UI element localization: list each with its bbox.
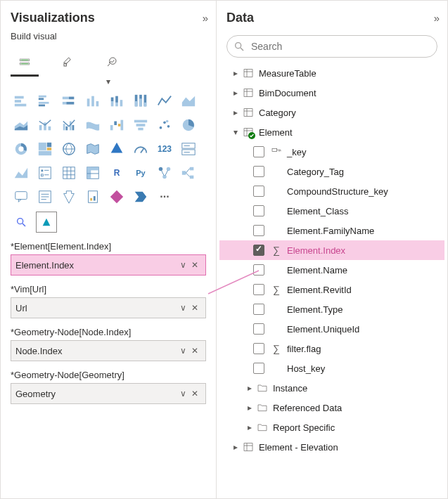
collapse-viz-pane-icon[interactable]: » bbox=[203, 12, 206, 24]
field-host-key[interactable]: Host_key bbox=[219, 358, 444, 378]
viz-gauge[interactable] bbox=[130, 138, 151, 160]
well-dropdown-icon[interactable]: ∨ bbox=[177, 260, 188, 270]
well-dropdown-icon[interactable]: ∨ bbox=[177, 303, 188, 313]
field-element-class[interactable]: Element_Class bbox=[219, 201, 444, 221]
viz-donut[interactable] bbox=[11, 138, 32, 160]
viz-card[interactable]: 123 bbox=[154, 138, 175, 160]
collapse-data-pane-icon[interactable]: » bbox=[434, 12, 437, 24]
viz-line-stacked-col[interactable] bbox=[34, 115, 56, 136]
field-element-type[interactable]: Element.Type bbox=[219, 299, 444, 319]
field-key[interactable]: _key bbox=[219, 142, 444, 162]
field-category-tag[interactable]: Category_Tag bbox=[219, 162, 444, 181]
viz-decomp-tree[interactable] bbox=[178, 162, 199, 183]
table-element-elevation[interactable]: Element - Elevation bbox=[219, 437, 444, 457]
viz-stacked100-column[interactable] bbox=[130, 91, 151, 112]
collapse-icon[interactable] bbox=[229, 127, 242, 137]
checkbox[interactable] bbox=[253, 284, 264, 295]
viz-search-button[interactable] bbox=[11, 212, 32, 233]
viz-power-apps[interactable] bbox=[106, 186, 127, 207]
viz-multi-card[interactable] bbox=[178, 138, 199, 160]
expand-icon[interactable] bbox=[229, 68, 242, 78]
data-search-input[interactable] bbox=[226, 35, 437, 58]
viz-slicer[interactable] bbox=[34, 162, 56, 183]
field-element-name[interactable]: Element.Name bbox=[219, 260, 444, 280]
checkbox[interactable] bbox=[253, 225, 264, 236]
field-element-revitid[interactable]: ∑ Element.RevitId bbox=[219, 280, 444, 299]
checkbox[interactable] bbox=[253, 363, 264, 374]
viz-map[interactable] bbox=[58, 138, 79, 160]
checkbox[interactable] bbox=[253, 186, 264, 197]
viz-clustered-column[interactable] bbox=[82, 91, 103, 112]
folder-report-specific[interactable]: Report Specific bbox=[219, 417, 444, 437]
expand-icon[interactable] bbox=[243, 403, 256, 413]
field-filter-flag[interactable]: ∑ filter.flag bbox=[219, 339, 444, 358]
viz-clustered-bar[interactable] bbox=[34, 91, 56, 112]
viz-stacked100-bar[interactable] bbox=[58, 91, 79, 112]
viz-qna[interactable] bbox=[11, 186, 32, 207]
viz-r-script[interactable]: R bbox=[106, 162, 127, 183]
checkbox[interactable] bbox=[253, 343, 264, 354]
field-element-familyname[interactable]: Element.FamilyName bbox=[219, 221, 444, 240]
well-remove-icon[interactable]: ✕ bbox=[188, 389, 201, 398]
viz-filled-map[interactable] bbox=[82, 138, 103, 160]
well-dropdown-icon[interactable]: ∨ bbox=[177, 346, 188, 356]
well-remove-icon[interactable]: ✕ bbox=[188, 260, 201, 270]
expand-icon[interactable] bbox=[229, 88, 242, 98]
expand-icon[interactable] bbox=[229, 442, 242, 452]
table-element[interactable]: Element bbox=[219, 122, 444, 142]
well-vim-url[interactable]: Url ∨ ✕ bbox=[11, 297, 206, 318]
custom-visual-button[interactable] bbox=[36, 212, 57, 233]
viz-azure-map[interactable] bbox=[106, 138, 127, 160]
field-element-index[interactable]: ∑ Element.Index bbox=[219, 240, 444, 260]
viz-key-influencers[interactable] bbox=[154, 162, 175, 183]
checkbox-checked[interactable] bbox=[253, 245, 264, 256]
viz-smart-narrative[interactable] bbox=[34, 186, 56, 207]
checkbox[interactable] bbox=[253, 264, 264, 276]
table-bimdocument[interactable]: BimDocument bbox=[219, 83, 444, 103]
field-compoundstructure-key[interactable]: CompoundStructure_key bbox=[219, 181, 444, 201]
viz-treemap[interactable] bbox=[34, 138, 56, 160]
well-dropdown-icon[interactable]: ∨ bbox=[177, 389, 188, 398]
viz-ribbon[interactable] bbox=[82, 115, 103, 136]
viz-pie[interactable] bbox=[178, 115, 199, 136]
viz-area[interactable] bbox=[178, 91, 199, 112]
tab-fields[interactable] bbox=[11, 48, 39, 77]
expand-icon[interactable] bbox=[229, 108, 242, 117]
checkbox[interactable] bbox=[253, 205, 264, 216]
table-measuretable[interactable]: MeasureTable bbox=[219, 63, 444, 83]
well-remove-icon[interactable]: ✕ bbox=[188, 303, 201, 313]
viz-stacked-area[interactable] bbox=[11, 115, 32, 136]
folder-referenced-data[interactable]: Referenced Data bbox=[219, 398, 444, 417]
well-element-index[interactable]: Element.Index ∨ ✕ bbox=[11, 254, 206, 276]
table-category[interactable]: Category bbox=[219, 103, 444, 122]
viz-metrics[interactable] bbox=[58, 186, 79, 207]
viz-py-script[interactable]: Py bbox=[130, 162, 151, 183]
viz-line-clustered-col[interactable] bbox=[58, 115, 79, 136]
checkbox[interactable] bbox=[253, 166, 264, 177]
viz-more[interactable]: ··· bbox=[154, 186, 175, 207]
viz-funnel[interactable] bbox=[130, 115, 151, 136]
folder-instance[interactable]: Instance bbox=[219, 378, 444, 398]
viz-line[interactable] bbox=[154, 91, 175, 112]
checkbox[interactable] bbox=[253, 304, 264, 315]
checkbox[interactable] bbox=[253, 146, 264, 157]
expand-icon[interactable] bbox=[243, 422, 256, 432]
well-remove-icon[interactable]: ✕ bbox=[188, 346, 201, 356]
checkbox[interactable] bbox=[253, 323, 264, 335]
viz-matrix[interactable] bbox=[82, 162, 103, 183]
viz-paginated[interactable] bbox=[82, 186, 103, 207]
tab-format[interactable] bbox=[54, 48, 82, 77]
well-geometry[interactable]: Geometry ∨ ✕ bbox=[11, 383, 206, 404]
viz-kpi[interactable] bbox=[11, 162, 32, 183]
viz-table[interactable] bbox=[58, 162, 79, 183]
field-element-uniqueid[interactable]: Element.UniqueId bbox=[219, 319, 444, 339]
viz-scatter[interactable] bbox=[154, 115, 175, 136]
viz-power-automate[interactable] bbox=[130, 186, 151, 207]
tab-analytics[interactable] bbox=[98, 48, 126, 77]
tab-expand-icon[interactable]: ▾ bbox=[1, 77, 216, 86]
expand-icon[interactable] bbox=[243, 383, 256, 393]
viz-waterfall[interactable] bbox=[106, 115, 127, 136]
viz-stacked-column[interactable] bbox=[106, 91, 127, 112]
viz-stacked-bar[interactable] bbox=[11, 91, 32, 112]
well-node-index[interactable]: Node.Index ∨ ✕ bbox=[11, 340, 206, 361]
